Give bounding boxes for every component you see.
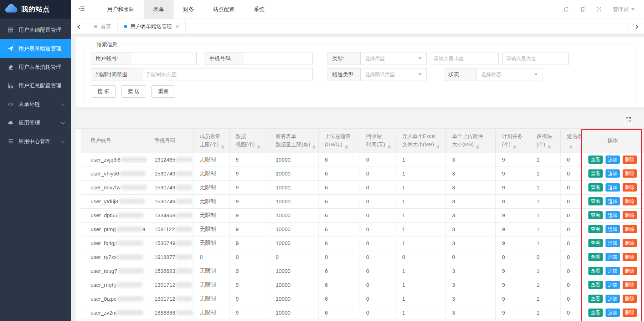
sidebar-item[interactable]: 应用管理 [0,113,71,132]
redacted-text [176,171,192,176]
sort-icon[interactable] [388,145,391,149]
tab[interactable]: 用户表单赠送管理× [118,19,186,35]
view-button[interactable]: 查看 [588,156,603,164]
view-button[interactable]: 查看 [588,267,603,275]
cell-value: 1 [530,194,560,208]
status-select[interactable]: 选择状态 [477,68,542,81]
cloud-icon [8,120,14,126]
max-value-input[interactable] [502,52,569,65]
account-input[interactable] [130,52,196,65]
redacted-text [119,199,145,204]
append-button[interactable]: 追加 [606,281,620,289]
delete-button[interactable]: 删除 [623,156,637,164]
append-button[interactable]: 追加 [606,239,620,247]
gift-button[interactable]: 赠 送 [121,85,146,98]
view-button[interactable]: 查看 [588,295,603,303]
cell-value: 9 [495,292,530,306]
fullscreen-icon[interactable] [596,6,602,12]
nav-item[interactable]: 站点配置 [203,0,244,19]
sort-icon[interactable] [313,145,315,149]
tab[interactable]: 首页 [88,19,118,35]
view-button[interactable]: 查看 [588,281,603,289]
append-button[interactable]: 追加 [606,267,620,275]
trash-icon[interactable] [580,6,586,12]
nav-item[interactable]: 财务 [174,0,203,19]
sort-icon[interactable] [345,145,348,149]
sidebar-item-label: 用户基础配置管理 [19,27,61,34]
sort-icon[interactable] [513,145,516,149]
delete-button[interactable]: 删除 [623,239,637,247]
sort-icon[interactable] [548,145,551,149]
view-button[interactable]: 查看 [588,169,603,178]
column-subtitle: (个) [502,141,530,149]
sort-icon[interactable] [570,145,572,149]
min-value-input[interactable] [430,52,499,65]
expire-range-input[interactable] [143,68,312,81]
sort-icon[interactable] [221,145,224,149]
delete-button[interactable]: 删除 [623,281,637,289]
append-button[interactable]: 追加 [606,169,620,178]
delete-button[interactable]: 删除 [623,169,637,178]
cell-value: 0 [560,264,581,278]
append-button[interactable]: 追加 [606,156,620,164]
append-button[interactable]: 追加 [606,197,620,205]
append-button[interactable]: 追加 [606,225,620,233]
cell-phone: 1918877 [148,250,193,264]
delete-button[interactable]: 删除 [623,183,637,192]
cell-value: 0 [360,278,396,292]
gift-type-select[interactable]: 选择赠送类型 [361,68,426,81]
nav-item[interactable]: 系统 [244,0,274,19]
delete-button[interactable]: 删除 [623,211,637,219]
sort-icon[interactable] [476,145,479,149]
delete-button[interactable]: 删除 [623,309,637,317]
sidebar-item[interactable]: 用户基础配置管理 [0,21,71,39]
search-button[interactable]: 搜 索 [91,85,116,98]
column-header: 导入单个Excel文件大小(MB) [396,129,445,153]
view-button[interactable]: 查看 [588,197,603,205]
chart-icon [8,83,14,88]
type-select[interactable]: 选择类型 [361,52,426,65]
tab-bar: 首页用户表单赠送管理× [71,19,644,35]
sidebar-item[interactable]: 应用中心管理 [0,132,71,151]
view-button[interactable]: 查看 [588,253,603,261]
view-button[interactable]: 查看 [588,211,603,219]
user-menu[interactable]: 管理员 [613,6,635,13]
cell-value: 9 [229,306,269,320]
nav-item[interactable]: 用户和团队 [98,0,144,19]
sort-icon[interactable] [257,145,260,149]
tabs-scroll-left-button[interactable] [71,19,88,35]
column-settings-button[interactable] [623,115,634,125]
sidebar-collapse-button[interactable] [71,0,92,19]
view-button[interactable]: 查看 [588,183,603,192]
sidebar-item[interactable]: 用户表单消耗管理 [0,58,71,76]
delete-button[interactable]: 删除 [623,197,637,205]
delete-button[interactable]: 删除 [623,295,637,303]
nav-item[interactable]: 表单 [144,0,174,19]
cell-value: 9 [495,208,530,222]
phone-input[interactable] [244,52,312,65]
cell-account: user_fq4gji [81,236,148,250]
chevron-down-icon [61,121,65,124]
tabs-scroll-right-button[interactable] [628,19,644,35]
delete-button[interactable]: 删除 [623,253,637,261]
sidebar-item[interactable]: 用户表单赠送管理 [0,39,71,58]
append-button[interactable]: 追加 [606,295,620,303]
view-button[interactable]: 查看 [588,225,603,233]
sort-icon[interactable] [437,145,439,149]
close-icon[interactable]: × [176,24,179,30]
append-button[interactable]: 追加 [606,253,620,261]
sidebar-item[interactable]: 表单外链 [0,95,71,113]
append-button[interactable]: 追加 [606,309,620,317]
delete-button[interactable]: 删除 [623,225,637,233]
view-button[interactable]: 查看 [588,309,603,317]
append-button[interactable]: 追加 [606,183,620,192]
delete-button[interactable]: 删除 [623,267,637,275]
brand[interactable]: 我的站点 [0,0,71,19]
append-button[interactable]: 追加 [606,211,620,219]
view-button[interactable]: 查看 [588,239,603,247]
cell-actions: 查看追加删除 [581,306,644,320]
sidebar-item[interactable]: 用户汇总配置管理 [0,76,71,95]
reset-button[interactable]: 重置 [151,85,175,98]
refresh-icon[interactable] [563,6,569,12]
cell-actions: 查看追加删除 [581,222,644,236]
